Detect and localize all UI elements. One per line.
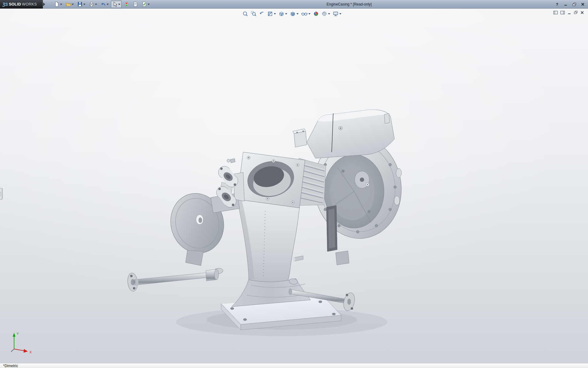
undo-icon: [100, 1, 106, 7]
heads-up-view-toolbar: [242, 10, 342, 17]
help-button[interactable]: ?: [554, 2, 560, 7]
zoom-to-fit-icon: [242, 11, 248, 17]
new-document-icon: [54, 1, 60, 7]
options-dropdown-caret[interactable]: [147, 1, 150, 7]
previous-view-button[interactable]: [258, 10, 265, 17]
brand-text-bold: SOLID: [9, 2, 21, 6]
feature-pane-collapse-tab[interactable]: [0, 188, 3, 200]
document-window-controls: [553, 10, 584, 15]
select-cursor-icon: [112, 1, 118, 7]
cover-left-boss: [294, 131, 307, 147]
view-settings-button[interactable]: [332, 10, 342, 17]
select-dropdown-caret[interactable]: [118, 1, 121, 7]
view-orientation-cube-icon: [278, 11, 285, 17]
triad-z-axis: [11, 349, 14, 352]
print-dropdown-caret[interactable]: [95, 1, 97, 7]
close-button[interactable]: [580, 2, 586, 7]
new-document-button[interactable]: [53, 1, 63, 8]
housing-lug: [336, 251, 349, 265]
hide-show-items-button[interactable]: [301, 10, 311, 17]
view-orientation-button[interactable]: [278, 10, 288, 17]
new-dropdown-caret[interactable]: [60, 1, 62, 7]
save-button[interactable]: [76, 1, 87, 8]
section-view-icon: [267, 11, 273, 17]
restore-button[interactable]: [571, 2, 577, 7]
minimize-button[interactable]: [563, 2, 568, 7]
window-controls: ?: [554, 0, 586, 9]
file-properties-icon: [132, 1, 138, 7]
status-bar: *Dimetric: [0, 363, 588, 368]
undo-button[interactable]: [99, 1, 110, 8]
print-button[interactable]: [88, 1, 98, 8]
menu-expand-arrow-icon[interactable]: [43, 2, 45, 6]
apply-scene-icon: [321, 11, 327, 17]
zoom-to-fit-button[interactable]: [242, 10, 249, 17]
view-settings-caret[interactable]: [339, 11, 342, 17]
file-properties-button[interactable]: [131, 1, 139, 8]
triad-x-label: X: [29, 350, 32, 354]
zoom-to-area-button[interactable]: [250, 10, 257, 17]
section-view-button[interactable]: [267, 10, 277, 17]
solidworks-logo: ƷS SOLID WORKS: [0, 0, 43, 9]
display-style-button[interactable]: [289, 10, 299, 17]
rebuild-traffic-light-icon: [123, 1, 130, 7]
solidworks-window: ƷS SOLID WORKS: [0, 0, 588, 368]
undo-dropdown-caret[interactable]: [106, 1, 109, 7]
display-style-icon: [290, 11, 296, 17]
rebuild-button[interactable]: [123, 1, 130, 8]
view-settings-icon: [333, 11, 339, 17]
view-orientation-status: *Dimetric: [3, 364, 18, 368]
options-button[interactable]: [140, 1, 151, 8]
flyout-pane-toggle-icon[interactable]: [560, 10, 565, 15]
minimize-icon: [564, 2, 567, 6]
open-folder-icon: [65, 1, 71, 7]
brand-text-light: WORKS: [22, 2, 37, 6]
restore-icon: [572, 2, 576, 6]
graphics-viewport[interactable]: Y X: [0, 9, 588, 363]
hide-show-glasses-icon: [301, 11, 308, 17]
previous-view-icon: [259, 11, 265, 17]
save-dropdown-caret[interactable]: [83, 1, 86, 7]
select-tool-button[interactable]: [111, 1, 122, 8]
triad-x-axis: [14, 349, 24, 351]
apply-scene-caret[interactable]: [328, 11, 330, 17]
titlebar: ƷS SOLID WORKS: [0, 0, 588, 9]
apply-scene-button[interactable]: [321, 10, 331, 17]
model-engine-casing[interactable]: [0, 9, 588, 363]
view-orientation-caret[interactable]: [285, 11, 288, 17]
edit-appearance-ball-icon: [313, 11, 319, 17]
triad-y-label: Y: [17, 332, 19, 335]
edit-appearance-button[interactable]: [313, 10, 319, 17]
hide-show-caret[interactable]: [308, 11, 311, 17]
close-icon: [581, 2, 585, 6]
3ds-logo-glyph: ƷS: [2, 2, 8, 7]
save-icon: [77, 1, 83, 7]
main-toolbar: [53, 1, 151, 8]
doc-close-button[interactable]: [580, 10, 584, 15]
window-title: EngineCasing * [Read-only]: [147, 0, 551, 9]
print-icon: [89, 1, 95, 7]
zoom-to-area-icon: [251, 11, 257, 17]
section-view-caret[interactable]: [273, 11, 276, 17]
display-pane-toggle-icon[interactable]: [553, 10, 558, 15]
open-dropdown-caret[interactable]: [71, 1, 74, 7]
display-style-caret[interactable]: [296, 11, 299, 17]
doc-restore-button[interactable]: [574, 10, 578, 15]
doc-minimize-button[interactable]: [567, 10, 571, 15]
cylinder-flange[interactable]: [237, 152, 305, 208]
options-icon: [141, 1, 147, 7]
reference-triad: Y X: [4, 330, 35, 361]
open-button[interactable]: [64, 1, 75, 8]
